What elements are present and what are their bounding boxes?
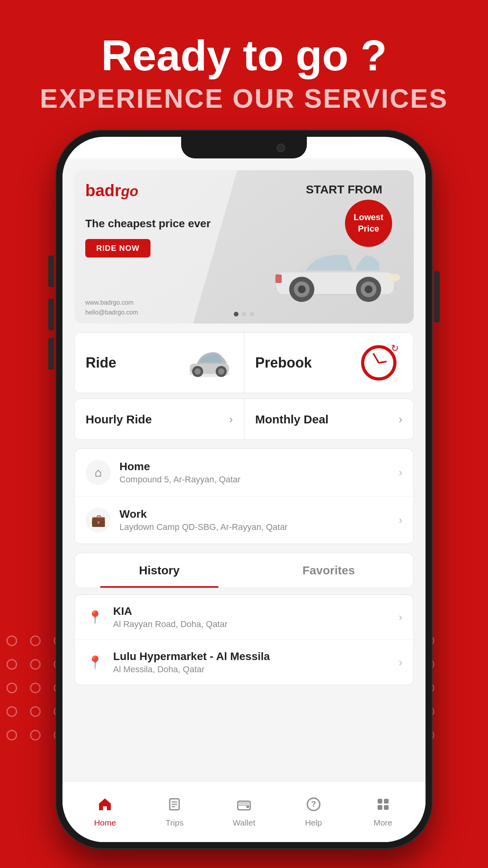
nav-wallet[interactable]: Wallet — [209, 796, 279, 828]
svg-rect-57 — [384, 799, 389, 804]
location-pin-icon-2: 📍 — [87, 655, 103, 670]
saved-locations: ⌂ Home Compound 5, Ar-Rayyan, Qatar › 💼 — [74, 449, 414, 544]
svg-point-0 — [7, 636, 17, 645]
svg-point-4 — [31, 660, 40, 669]
history-chevron-kia: › — [399, 611, 402, 623]
nav-trips-label: Trips — [165, 818, 183, 828]
history-pin-kia: 📍 — [86, 608, 105, 627]
nav-help-label: Help — [305, 818, 322, 828]
svg-point-13 — [31, 730, 40, 740]
work-chevron: › — [399, 514, 402, 526]
bottom-navigation: Home Trips — [62, 781, 426, 842]
nav-trips[interactable]: Trips — [140, 796, 209, 828]
prebook-icon: ↻ — [355, 345, 402, 381]
ride-button[interactable]: Ride — [75, 333, 244, 393]
nav-more-label: More — [374, 818, 393, 828]
header-title: Ready to go ? — [0, 31, 488, 79]
phone-outer: badrgo START FROM Lowest Price The cheap… — [55, 130, 433, 849]
banner: badrgo START FROM Lowest Price The cheap… — [74, 170, 414, 324]
banner-start-from: START FROM — [306, 183, 382, 196]
work-location-address: Laydown Camp QD-SBG, Ar-Rayyan, Qatar — [119, 522, 399, 532]
svg-rect-52 — [246, 806, 249, 808]
banner-car-illustration — [264, 231, 406, 302]
phone-notch — [181, 137, 307, 158]
svg-rect-56 — [378, 799, 382, 804]
history-address-lulu: Al Messila, Doha, Qatar — [113, 664, 399, 675]
nav-more[interactable]: More — [348, 796, 418, 828]
monthly-deal-button[interactable]: Monthly Deal › — [244, 399, 414, 440]
notch-camera — [277, 143, 285, 152]
wallet-nav-icon — [236, 796, 252, 816]
banner-logo-go: go — [121, 183, 138, 199]
history-text-kia: KIA Al Rayyan Road, Doha, Qatar — [113, 605, 399, 629]
app-content: badrgo START FROM Lowest Price The cheap… — [62, 158, 426, 842]
history-name-lulu: Lulu Hypermarket - Al Messila — [113, 650, 399, 663]
prebook-label: Prebook — [255, 355, 312, 371]
ride-label: Ride — [86, 355, 116, 371]
history-name-kia: KIA — [113, 605, 399, 618]
svg-point-3 — [7, 660, 17, 669]
work-icon-wrap: 💼 — [86, 508, 111, 533]
svg-rect-59 — [384, 805, 389, 810]
svg-point-38 — [386, 274, 400, 281]
svg-text:?: ? — [311, 800, 316, 808]
banner-pagination — [234, 312, 254, 316]
hourly-ride-button[interactable]: Hourly Ride › — [75, 399, 244, 440]
tab-favorites[interactable]: Favorites — [244, 553, 413, 588]
home-location-text: Home Compound 5, Ar-Rayyan, Qatar — [119, 460, 399, 485]
hourly-ride-chevron: › — [229, 413, 233, 426]
svg-point-12 — [7, 730, 17, 740]
banner-footer: www.badrgo.com hello@badrgo.com — [85, 298, 138, 318]
home-nav-icon — [97, 796, 113, 816]
work-location-name: Work — [119, 508, 399, 520]
hourly-ride-label: Hourly Ride — [86, 413, 152, 426]
nav-wallet-label: Wallet — [233, 818, 255, 828]
briefcase-icon: 💼 — [91, 513, 106, 527]
home-location-name: Home — [119, 460, 399, 473]
svg-point-45 — [218, 368, 224, 375]
svg-rect-51 — [238, 803, 250, 805]
header-subtitle: EXPERIENCE OUR SERVICES — [0, 83, 488, 114]
banner-logo: badrgo — [85, 181, 138, 200]
quick-links-row: Hourly Ride › Monthly Deal › — [74, 399, 414, 440]
history-chevron-lulu: › — [399, 656, 402, 669]
svg-rect-58 — [378, 805, 382, 810]
phone-inner: badrgo START FROM Lowest Price The cheap… — [62, 137, 426, 842]
monthly-deal-chevron: › — [399, 413, 402, 426]
home-chevron: › — [399, 466, 402, 479]
location-work[interactable]: 💼 Work Laydown Camp QD-SBG, Ar-Rayyan, Q… — [75, 497, 413, 544]
history-item-lulu[interactable]: 📍 Lulu Hypermarket - Al Messila Al Messi… — [75, 640, 413, 685]
home-icon-wrap: ⌂ — [86, 460, 111, 485]
banner-dot-3 — [250, 312, 254, 316]
history-list: 📍 KIA Al Rayyan Road, Doha, Qatar › 📍 — [74, 594, 414, 685]
tabs-row: History Favorites — [74, 553, 414, 588]
service-buttons-row: Ride — [74, 332, 414, 393]
phone-mockup: badrgo START FROM Lowest Price The cheap… — [55, 130, 433, 849]
nav-home-label: Home — [94, 818, 116, 828]
nav-home[interactable]: Home — [70, 796, 140, 828]
ride-now-button[interactable]: RIDE NOW — [85, 239, 150, 257]
svg-point-9 — [7, 707, 17, 716]
svg-point-37 — [365, 285, 372, 293]
svg-point-1 — [31, 636, 40, 645]
banner-logo-text: badr — [85, 181, 121, 200]
nav-help[interactable]: ? Help — [279, 796, 348, 828]
svg-point-6 — [7, 683, 17, 693]
tab-history[interactable]: History — [75, 553, 244, 588]
banner-dot-2 — [242, 312, 246, 316]
monthly-deal-label: Monthly Deal — [255, 413, 329, 426]
history-text-lulu: Lulu Hypermarket - Al Messila Al Messila… — [113, 650, 399, 675]
svg-point-7 — [31, 683, 40, 693]
banner-dot-1 — [234, 312, 238, 316]
work-location-text: Work Laydown Camp QD-SBG, Ar-Rayyan, Qat… — [119, 508, 399, 532]
svg-point-34 — [298, 285, 306, 293]
location-pin-icon: 📍 — [87, 610, 103, 625]
help-nav-icon: ? — [306, 796, 321, 816]
history-item-kia[interactable]: 📍 KIA Al Rayyan Road, Doha, Qatar › — [75, 595, 413, 640]
banner-tagline: The cheapest price ever — [85, 217, 211, 230]
prebook-button[interactable]: Prebook ↻ — [244, 333, 414, 393]
location-home[interactable]: ⌂ Home Compound 5, Ar-Rayyan, Qatar › — [75, 449, 413, 497]
ride-icon — [186, 345, 233, 381]
home-location-address: Compound 5, Ar-Rayyan, Qatar — [119, 474, 399, 485]
svg-point-43 — [194, 368, 201, 375]
